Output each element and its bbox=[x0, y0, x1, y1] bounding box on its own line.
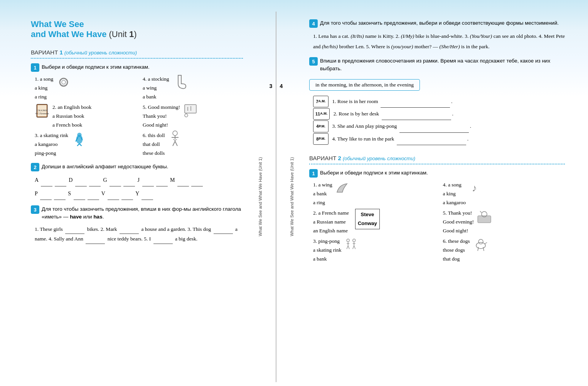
variant1-label: ВАРИАНТ bbox=[31, 49, 58, 56]
list-item: 6. this doll that doll these dolls bbox=[143, 131, 243, 158]
list-item: 2. a French name a Russian name an Engli… bbox=[313, 209, 435, 235]
side-label-right: What We See and What We Have (Unit 1) bbox=[290, 157, 294, 236]
task3-header: 3 Для того чтобы закончить предложения, … bbox=[31, 205, 243, 221]
task5-line3: 4P.M. 3. She and Ann play ping-pong . bbox=[313, 120, 565, 132]
svg-line-33 bbox=[352, 245, 354, 249]
right-panel: 4 Для того чтобы закончить предложения, … bbox=[298, 8, 588, 386]
svg-line-28 bbox=[347, 245, 348, 249]
svg-text:А.С.Пушкина: А.С.Пушкина bbox=[35, 112, 49, 115]
middle-section: What We See and What We Have (Unit 1) 3 … bbox=[254, 8, 298, 386]
task5-num: 5 bbox=[309, 57, 318, 66]
task4-header: 4 Для того чтобы закончить предложения, … bbox=[309, 19, 565, 28]
svg-text:СКАЗКИ: СКАЗКИ bbox=[37, 109, 47, 112]
v2-task1-header: 1 Выбери и обведи подписи к этим картинк… bbox=[309, 169, 565, 178]
variant2-subtitle: (обычный уровень сложности) bbox=[343, 156, 415, 161]
task4-instruction: Для того чтобы закончить предложения, вы… bbox=[320, 19, 559, 27]
svg-line-20 bbox=[175, 141, 177, 146]
ring-icon bbox=[56, 75, 71, 90]
svg-point-1 bbox=[62, 80, 66, 84]
variant2-label: ВАРИАНТ bbox=[309, 155, 336, 161]
doll-icon bbox=[168, 131, 182, 146]
task5-line1: 7A.M. 1. Rose is in her room . bbox=[313, 95, 565, 108]
v2-task1-instruction: Выбери и обведи подписи к этим картинкам… bbox=[320, 169, 428, 177]
list-item: 1. a song a king a ring bbox=[35, 75, 135, 102]
task1-instruction: Выбери и обведи подписи к этим картинкам… bbox=[42, 63, 150, 71]
task5-block: 5 Впиши в предложения словосочетания из … bbox=[309, 57, 565, 145]
steve-conway-box: SteveConway bbox=[355, 209, 380, 229]
title-bold: and What We Have bbox=[31, 29, 106, 39]
variant2-header: ВАРИАНТ 2 (обычный уровень сложности) bbox=[309, 155, 565, 164]
list-item: 5. Good morning! Thank you! Good night! bbox=[143, 103, 243, 130]
task2-block: 2 Допиши в английский алфавит недостающи… bbox=[31, 163, 243, 200]
list-item: 1. a wing a bank a ring bbox=[313, 181, 435, 207]
svg-line-19 bbox=[173, 141, 175, 146]
list-item: 5. Thank you! Good evening! Good night! bbox=[443, 209, 565, 235]
svg-point-35 bbox=[476, 242, 485, 249]
task5-box: in the morning, in the afternoon, in the… bbox=[309, 76, 565, 95]
list-item: 4. a stocking a wing a bank bbox=[143, 75, 243, 102]
svg-point-16 bbox=[173, 131, 177, 135]
task5-line2: 11A.M. 2. Rose is by her desk . bbox=[313, 108, 565, 120]
variant1-num: 1 bbox=[59, 49, 62, 56]
svg-point-0 bbox=[60, 78, 67, 86]
svg-point-36 bbox=[478, 239, 483, 244]
svg-line-15 bbox=[79, 144, 82, 146]
list-item: 4. a song a king a kangaroo ♪ bbox=[443, 181, 565, 207]
svg-text:♪: ♪ bbox=[472, 183, 477, 194]
svg-line-14 bbox=[77, 144, 79, 146]
wing-icon bbox=[335, 181, 350, 195]
alphabet-line1: A D G J M bbox=[35, 174, 243, 186]
task2-num: 2 bbox=[31, 163, 39, 171]
v2-task1-grid: 1. a wing a bank a ring 4. bbox=[313, 181, 565, 263]
list-item: СКАЗКИ А.С.Пушкина 2. an English book a … bbox=[35, 103, 135, 130]
task1-header: 1 Выбери и обведи подписи к этим картинк… bbox=[31, 63, 243, 72]
title-line2: and What We Have (Unit 1) bbox=[31, 29, 243, 39]
goodnight-icon bbox=[477, 209, 492, 223]
svg-line-39 bbox=[485, 242, 487, 244]
task4-block: 4 Для того чтобы закончить предложения, … bbox=[309, 19, 565, 52]
svg-line-29 bbox=[348, 245, 349, 249]
task5-header: 5 Впиши в предложения словосочетания из … bbox=[309, 57, 565, 73]
main-title: What We See and What We Have (Unit 1) bbox=[31, 19, 243, 39]
svg-point-11 bbox=[77, 132, 81, 137]
task5-lines: 7A.M. 1. Rose is in her room . 11A.M. 2.… bbox=[313, 95, 565, 146]
task4-num: 4 bbox=[309, 19, 318, 28]
right-side-label: What We See and What We Have (Unit 1) bbox=[286, 8, 298, 386]
left-side-label: What We See and What We Have (Unit 1) bbox=[254, 8, 266, 386]
alphabet-line2: P S V Y bbox=[35, 188, 243, 200]
dog-icon bbox=[473, 237, 488, 252]
v2-task1-num: 1 bbox=[309, 169, 318, 178]
variant2-num: 2 bbox=[338, 155, 341, 161]
kangaroo-icon bbox=[71, 131, 86, 146]
task3-text: 1. These girls bikes. 2. Mark a house an… bbox=[35, 224, 243, 244]
svg-point-30 bbox=[352, 239, 355, 242]
list-item: 3. a skating rink a kangaroo ping-pong bbox=[35, 131, 135, 158]
page-num-3: 3 bbox=[270, 83, 273, 89]
v2-task1-block: 1 Выбери и обведи подписи к этим картинк… bbox=[309, 169, 565, 263]
list-item: 6. these dogs those dogs that dog bbox=[443, 237, 565, 264]
book-icon: СКАЗКИ А.С.Пушкина bbox=[35, 103, 49, 118]
task2-instruction: Допиши в английский алфавит недостающие … bbox=[42, 163, 168, 171]
task4-text: 1. Lena has a cat. (It/Its) name is Kitt… bbox=[313, 31, 565, 52]
title-line1: What We See bbox=[31, 19, 243, 29]
song-icon: ♪ bbox=[469, 181, 484, 195]
svg-point-25 bbox=[347, 239, 349, 242]
task2-header: 2 Допиши в английский алфавит недостающи… bbox=[31, 163, 243, 171]
side-label-left: What We See and What We Have (Unit 1) bbox=[258, 157, 263, 236]
variant1-subtitle: (обычный уровень сложности) bbox=[64, 50, 137, 56]
variant2-section: ВАРИАНТ 2 (обычный уровень сложности) 1 … bbox=[309, 155, 565, 263]
page-num-4: 4 bbox=[280, 83, 283, 89]
task3-block: 3 Для того чтобы закончить предложения, … bbox=[31, 205, 243, 244]
stocking-icon bbox=[172, 75, 187, 90]
left-panel: What We See and What We Have (Unit 1) ВА… bbox=[0, 8, 254, 386]
task1-block: 1 Выбери и обведи подписи к этим картинк… bbox=[31, 63, 243, 157]
list-item: 3. ping-pong a skating rink a bank bbox=[313, 237, 435, 264]
task5-line4: 8P.M. 4. They like to run in the park . bbox=[313, 133, 565, 145]
task1-num: 1 bbox=[31, 63, 39, 72]
task1-grid: 1. a song a king a ring 4. a stocking bbox=[35, 75, 243, 157]
skaters-icon bbox=[345, 237, 359, 252]
svg-point-9 bbox=[185, 114, 188, 117]
morning-icon bbox=[183, 103, 198, 118]
svg-rect-6 bbox=[185, 105, 196, 113]
task3-num: 3 bbox=[31, 205, 39, 214]
